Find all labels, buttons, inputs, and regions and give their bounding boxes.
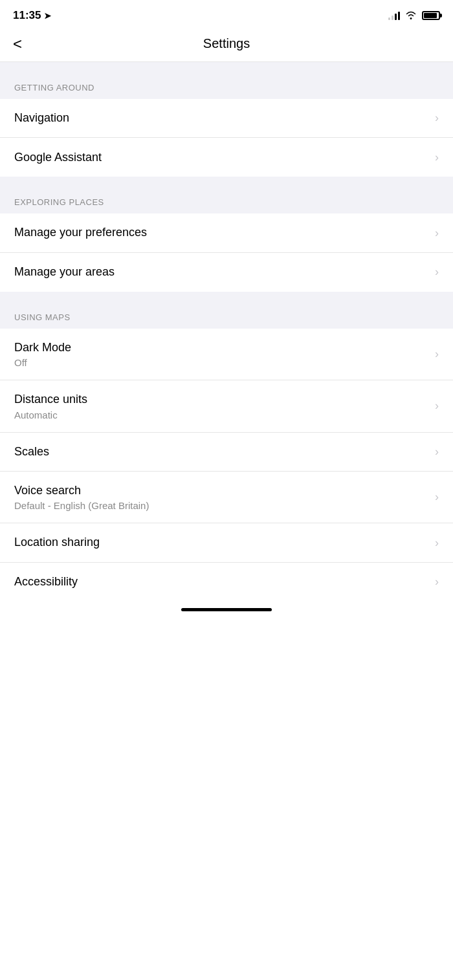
- time-display: 11:35: [13, 9, 41, 22]
- chevron-icon-distance-units: ›: [435, 399, 439, 413]
- back-button[interactable]: <: [13, 35, 22, 53]
- chevron-icon-location-sharing: ›: [435, 536, 439, 550]
- item-title-accessibility: Accessibility: [14, 574, 428, 589]
- status-bar: 11:35 ➤: [0, 0, 453, 28]
- location-arrow-icon: ➤: [44, 11, 51, 21]
- settings-item-voice-search[interactable]: Voice searchDefault - English (Great Bri…: [0, 472, 453, 523]
- item-content-navigation: Navigation: [14, 111, 428, 125]
- settings-item-dark-mode[interactable]: Dark ModeOff›: [0, 329, 453, 380]
- settings-item-navigation[interactable]: Navigation›: [0, 99, 453, 138]
- section-header-getting-around: GETTING AROUND: [0, 69, 453, 99]
- chevron-icon-scales: ›: [435, 445, 439, 459]
- group-separator: [0, 177, 453, 183]
- settings-item-scales[interactable]: Scales›: [0, 433, 453, 472]
- group-separator: [0, 292, 453, 298]
- item-content-manage-areas: Manage your areas: [14, 265, 428, 279]
- chevron-icon-manage-preferences: ›: [435, 226, 439, 240]
- item-content-distance-units: Distance unitsAutomatic: [14, 392, 428, 420]
- item-content-scales: Scales: [14, 444, 428, 459]
- chevron-icon-voice-search: ›: [435, 490, 439, 504]
- item-title-manage-areas: Manage your areas: [14, 265, 428, 279]
- section-exploring-places: EXPLORING PLACESManage your preferences›…: [0, 183, 453, 291]
- item-title-distance-units: Distance units: [14, 392, 428, 407]
- chevron-icon-dark-mode: ›: [435, 347, 439, 361]
- settings-item-distance-units[interactable]: Distance unitsAutomatic›: [0, 380, 453, 432]
- item-content-voice-search: Voice searchDefault - English (Great Bri…: [14, 483, 428, 511]
- item-title-google-assistant: Google Assistant: [14, 150, 428, 165]
- item-subtitle-distance-units: Automatic: [14, 409, 428, 420]
- section-items-getting-around: Navigation›Google Assistant›: [0, 99, 453, 177]
- item-title-manage-preferences: Manage your preferences: [14, 225, 428, 240]
- settings-sections: GETTING AROUNDNavigation›Google Assistan…: [0, 62, 453, 602]
- chevron-icon-manage-areas: ›: [435, 265, 439, 279]
- chevron-icon-accessibility: ›: [435, 575, 439, 589]
- chevron-icon-navigation: ›: [435, 111, 439, 125]
- item-title-navigation: Navigation: [14, 111, 428, 125]
- page-title: Settings: [203, 36, 250, 51]
- item-content-location-sharing: Location sharing: [14, 535, 428, 550]
- section-header-using-maps: USING MAPS: [0, 298, 453, 329]
- home-bar: [181, 608, 272, 611]
- wifi-icon: [405, 10, 417, 21]
- battery-icon: [422, 11, 440, 20]
- status-time: 11:35 ➤: [13, 9, 51, 22]
- item-content-dark-mode: Dark ModeOff: [14, 340, 428, 368]
- item-content-accessibility: Accessibility: [14, 574, 428, 589]
- item-title-voice-search: Voice search: [14, 483, 428, 498]
- section-items-exploring-places: Manage your preferences›Manage your area…: [0, 213, 453, 291]
- settings-item-manage-areas[interactable]: Manage your areas›: [0, 253, 453, 292]
- group-separator: [0, 62, 453, 69]
- section-using-maps: USING MAPSDark ModeOff›Distance unitsAut…: [0, 298, 453, 602]
- settings-item-manage-preferences[interactable]: Manage your preferences›: [0, 213, 453, 252]
- item-title-location-sharing: Location sharing: [14, 535, 428, 550]
- item-subtitle-voice-search: Default - English (Great Britain): [14, 500, 428, 511]
- settings-item-google-assistant[interactable]: Google Assistant›: [0, 138, 453, 177]
- item-title-scales: Scales: [14, 444, 428, 459]
- section-getting-around: GETTING AROUNDNavigation›Google Assistan…: [0, 69, 453, 177]
- home-indicator: [0, 602, 453, 616]
- item-content-manage-preferences: Manage your preferences: [14, 225, 428, 240]
- item-content-google-assistant: Google Assistant: [14, 150, 428, 165]
- settings-item-location-sharing[interactable]: Location sharing›: [0, 523, 453, 562]
- status-icons: [388, 10, 440, 21]
- section-header-exploring-places: EXPLORING PLACES: [0, 183, 453, 213]
- signal-icon: [388, 11, 400, 20]
- chevron-icon-google-assistant: ›: [435, 151, 439, 164]
- settings-header: < Settings: [0, 28, 453, 62]
- item-title-dark-mode: Dark Mode: [14, 340, 428, 355]
- item-subtitle-dark-mode: Off: [14, 357, 428, 368]
- section-items-using-maps: Dark ModeOff›Distance unitsAutomatic›Sca…: [0, 329, 453, 602]
- settings-item-accessibility[interactable]: Accessibility›: [0, 563, 453, 602]
